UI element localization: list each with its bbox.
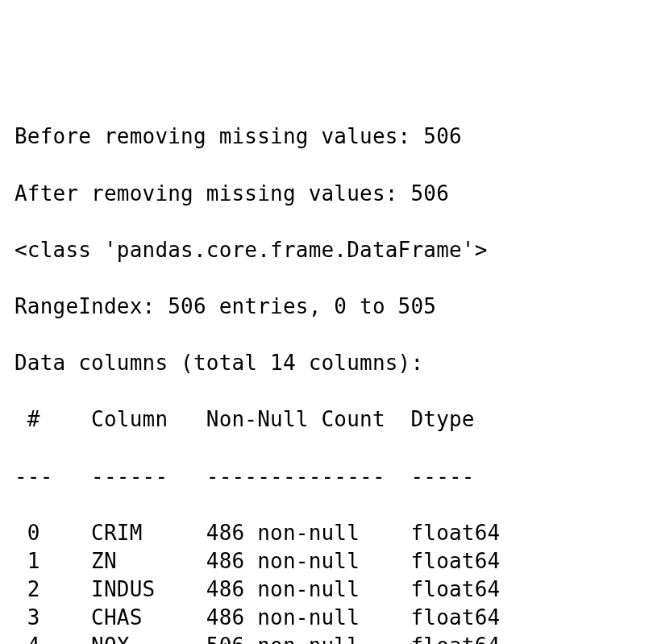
after-missing-line: After removing missing values: 506 <box>15 180 638 208</box>
class-line: <class 'pandas.core.frame.DataFrame'> <box>15 236 638 264</box>
rangeindex-line: RangeIndex: 506 entries, 0 to 505 <box>15 293 638 321</box>
table-header-rule: --- ------ -------------- ----- <box>15 463 638 491</box>
before-missing-count: 506 <box>423 124 462 148</box>
before-missing-label: Before removing missing values: <box>15 124 410 148</box>
table-row: 4 NOX 506 non-null float64 <box>15 632 638 644</box>
table-header: # Column Non-Null Count Dtype <box>15 405 638 434</box>
table-row: 1 ZN 486 non-null float64 <box>15 547 638 575</box>
table-rows: 0 CRIM 486 non-null float64 1 ZN 486 non… <box>15 519 638 644</box>
table-row: 3 CHAS 486 non-null float64 <box>15 604 638 632</box>
columns-summary-line: Data columns (total 14 columns): <box>15 349 638 377</box>
after-missing-label: After removing missing values: <box>15 181 398 206</box>
before-missing-line: Before removing missing values: 506 <box>15 123 638 151</box>
table-row: 2 INDUS 486 non-null float64 <box>15 575 638 604</box>
after-missing-count: 506 <box>410 181 449 206</box>
table-row: 0 CRIM 486 non-null float64 <box>15 519 638 547</box>
